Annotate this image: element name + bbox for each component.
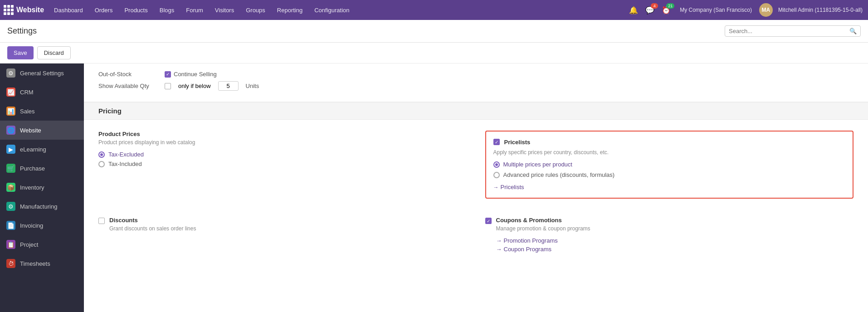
search-box[interactable]: 🔍 — [725, 25, 861, 37]
nav-visitors[interactable]: Visitors — [210, 4, 239, 16]
nav-products[interactable]: Products — [119, 4, 153, 16]
page-header: Settings 🔍 — [0, 20, 868, 43]
top-navigation: Website Dashboard Orders Products Blogs … — [0, 0, 868, 20]
discard-button[interactable]: Discard — [37, 46, 71, 59]
nav-blogs[interactable]: Blogs — [154, 4, 180, 16]
sidebar-item-manufacturing[interactable]: ⚙ Manufacturing — [0, 197, 84, 216]
sidebar-item-elearning[interactable]: ▶ eLearning — [0, 140, 84, 159]
advanced-rules-option[interactable]: Advanced price rules (discounts, formula… — [493, 171, 846, 178]
discounts-desc: Grant discounts on sales order lines — [109, 225, 196, 232]
app-brand[interactable]: Website — [4, 5, 44, 15]
sidebar-label-crm: CRM — [20, 89, 34, 96]
pricelists-link[interactable]: → Pricelists — [493, 184, 846, 190]
sidebar-label-purchase: Purchase — [20, 165, 45, 172]
avatar[interactable]: MA — [759, 3, 773, 17]
content-inner: Out-of-Stock ✓ Continue Selling Show Ava… — [84, 63, 868, 263]
gear-icon: ⚙ — [6, 68, 15, 78]
pricelists-checkbox[interactable]: ✓ — [493, 139, 500, 145]
sidebar-item-website[interactable]: 🌐 Website — [0, 121, 84, 140]
coupon-programs-link[interactable]: → Coupon Programs — [496, 246, 590, 253]
promotion-programs-link[interactable]: → Promotion Programs — [496, 237, 590, 244]
sidebar-label-elearning: eLearning — [20, 146, 46, 153]
advanced-rules-text: Advanced price rules (discounts, formula… — [503, 171, 615, 178]
pricelist-header: ✓ Pricelists — [493, 139, 846, 146]
grid-icon — [4, 5, 14, 15]
activity-icon[interactable]: ⏰ 21 — [660, 4, 673, 16]
coupons-checkbox[interactable]: ✓ — [485, 218, 492, 224]
sidebar-item-sales[interactable]: 📊 Sales — [0, 102, 84, 121]
search-icon[interactable]: 🔍 — [849, 28, 857, 34]
coupon-programs-text: Coupon Programs — [504, 246, 552, 253]
sidebar-item-invoicing[interactable]: 📄 Invoicing — [0, 216, 84, 235]
sidebar-item-timesheets[interactable]: ⏱ Timesheets — [0, 254, 84, 273]
website-icon: 🌐 — [6, 126, 15, 135]
tax-excluded-text: Tax-Excluded — [108, 151, 144, 158]
pricing-section: Product Prices Product prices displaying… — [84, 120, 868, 210]
oos-label: Out-of-Stock — [98, 71, 157, 78]
discounts-checkbox[interactable] — [98, 218, 105, 224]
project-icon: 📋 — [6, 240, 15, 249]
nav-groups[interactable]: Groups — [240, 4, 271, 16]
sidebar-label-invoicing: Invoicing — [20, 222, 43, 229]
manufacturing-icon: ⚙ — [6, 202, 15, 211]
sidebar-item-inventory[interactable]: 📦 Inventory — [0, 178, 84, 197]
only-if-below-text: only if below — [178, 83, 211, 89]
nav-dashboard[interactable]: Dashboard — [49, 4, 88, 16]
save-button[interactable]: Save — [7, 46, 34, 59]
main-layout: ⚙ General Settings 📈 CRM 📊 Sales 🌐 Websi… — [0, 63, 868, 312]
continue-selling-label[interactable]: ✓ Continue Selling — [165, 71, 217, 78]
multiple-prices-radio[interactable] — [493, 161, 500, 168]
show-qty-label: Show Available Qty — [98, 83, 157, 89]
search-input[interactable] — [729, 28, 849, 34]
pricelists-desc: Apply specific prices per country, disco… — [493, 149, 846, 156]
crm-icon: 📈 — [6, 88, 15, 97]
coupon-arrow-icon: → — [496, 246, 502, 253]
inventory-icon: 📦 — [6, 183, 15, 192]
discounts-header: Discounts Grant discounts on sales order… — [98, 217, 467, 237]
page-title: Settings — [7, 26, 719, 36]
advanced-rules-radio[interactable] — [493, 172, 500, 178]
content-area: Out-of-Stock ✓ Continue Selling Show Ava… — [84, 63, 868, 312]
tax-excluded-radio[interactable] — [98, 151, 105, 158]
pricelists-title: Pricelists — [504, 139, 531, 146]
sidebar-label-general: General Settings — [20, 70, 64, 77]
company-name: My Company (San Francisco) — [676, 7, 756, 13]
tax-included-radio[interactable] — [98, 161, 105, 167]
user-name: Mitchell Admin (11181395-15-0-all) — [776, 7, 864, 13]
multiple-prices-option[interactable]: Multiple prices per product — [493, 161, 846, 168]
message-icon[interactable]: 💬 4 — [644, 4, 656, 16]
timesheets-icon: ⏱ — [6, 259, 15, 268]
pricing-heading: Pricing — [84, 102, 868, 120]
sidebar-label-project: Project — [20, 241, 38, 248]
tax-radio-group: Tax-Excluded Tax-Included — [98, 151, 467, 167]
tax-included-option[interactable]: Tax-Included — [98, 161, 467, 167]
nav-orders[interactable]: Orders — [89, 4, 118, 16]
sales-icon: 📊 — [6, 107, 15, 116]
sidebar-label-timesheets: Timesheets — [20, 260, 50, 267]
coupons-header: ✓ Coupons & Promotions Manage promotion … — [485, 217, 854, 253]
sidebar-item-purchase[interactable]: 🛒 Purchase — [0, 159, 84, 178]
nav-configuration[interactable]: Configuration — [309, 4, 355, 16]
discounts-text-block: Discounts Grant discounts on sales order… — [109, 217, 196, 237]
nav-reporting[interactable]: Reporting — [272, 4, 308, 16]
show-qty-checkbox-label[interactable] — [165, 83, 171, 89]
coupons-links: → Promotion Programs → Coupon Programs — [496, 237, 590, 253]
pricelists-col: ✓ Pricelists Apply specific prices per c… — [485, 131, 854, 199]
nav-forum[interactable]: Forum — [180, 4, 209, 16]
sidebar-item-project[interactable]: 📋 Project — [0, 235, 84, 254]
coupons-col: ✓ Coupons & Promotions Manage promotion … — [485, 217, 854, 253]
oos-row-1: Out-of-Stock ✓ Continue Selling — [98, 71, 853, 78]
message-badge: 4 — [651, 3, 658, 9]
show-qty-checkbox[interactable] — [165, 83, 171, 89]
product-prices-col: Product Prices Product prices displaying… — [98, 131, 467, 199]
sidebar-item-crm[interactable]: 📈 CRM — [0, 83, 84, 102]
coupons-title: Coupons & Promotions — [496, 217, 590, 224]
tax-excluded-option[interactable]: Tax-Excluded — [98, 151, 467, 158]
toolbar: Save Discard — [0, 43, 868, 63]
sidebar-item-general-settings[interactable]: ⚙ General Settings — [0, 63, 84, 83]
bell-icon[interactable]: 🔔 — [627, 4, 640, 16]
continue-selling-text: Continue Selling — [174, 71, 217, 78]
continue-selling-checkbox[interactable]: ✓ — [165, 71, 171, 78]
below-value-input[interactable] — [218, 81, 239, 91]
multiple-prices-text: Multiple prices per product — [503, 161, 572, 168]
